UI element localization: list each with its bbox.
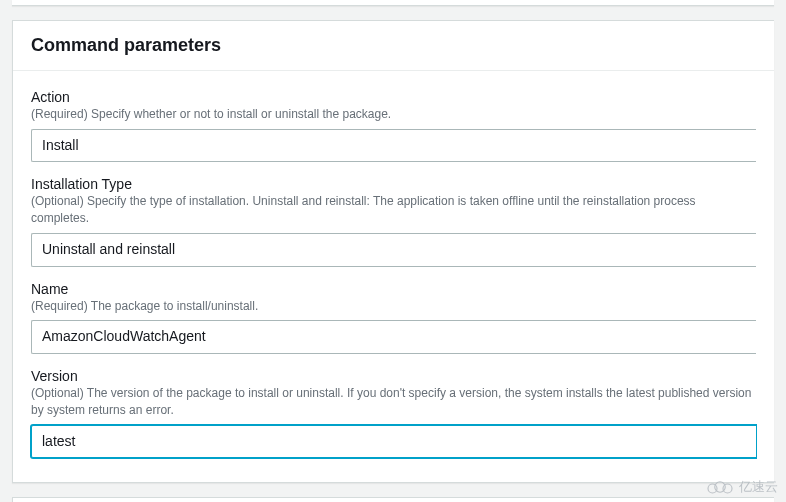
name-description: (Required) The package to install/uninst… [31,298,756,315]
action-label: Action [31,89,756,105]
version-input[interactable] [31,425,756,459]
svg-point-0 [708,484,717,493]
panel-body: Action (Required) Specify whether or not… [13,71,774,482]
name-input[interactable] [31,320,756,354]
svg-point-2 [723,484,732,493]
panel-title: Command parameters [31,35,756,56]
installation-type-description: (Optional) Specify the type of installat… [31,193,756,227]
version-label: Version [31,368,756,384]
installation-type-label: Installation Type [31,176,756,192]
installation-type-input[interactable] [31,233,756,267]
cloud-icon [705,479,735,495]
version-description: (Optional) The version of the package to… [31,385,756,419]
action-input[interactable] [31,129,756,163]
action-description: (Required) Specify whether or not to ins… [31,106,756,123]
field-version: Version (Optional) The version of the pa… [31,368,756,458]
command-parameters-panel: Command parameters Action (Required) Spe… [12,20,774,483]
panel-header: Command parameters [13,21,774,71]
name-label: Name [31,281,756,297]
previous-panel-bottom [12,0,774,6]
watermark: 亿速云 [705,478,778,496]
watermark-text: 亿速云 [739,478,778,496]
field-action: Action (Required) Specify whether or not… [31,89,756,162]
field-installation-type: Installation Type (Optional) Specify the… [31,176,756,266]
next-panel-top [12,497,774,502]
field-name: Name (Required) The package to install/u… [31,281,756,354]
